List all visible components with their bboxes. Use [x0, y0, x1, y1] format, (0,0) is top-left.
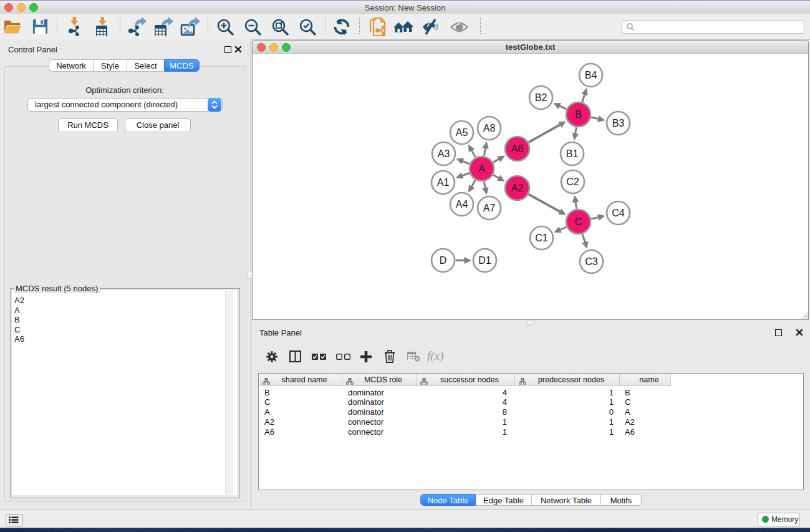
svg-text:A7: A7 [483, 203, 495, 213]
svg-text:A5: A5 [455, 127, 468, 138]
svg-text:C2: C2 [566, 177, 579, 187]
svg-text:A2: A2 [511, 183, 523, 193]
svg-text:A6: A6 [511, 143, 523, 154]
svg-text:C3: C3 [585, 256, 598, 267]
svg-text:B2: B2 [534, 92, 547, 103]
svg-text:A8: A8 [483, 123, 495, 133]
svg-text:B: B [575, 109, 582, 120]
svg-text:D1: D1 [478, 255, 491, 266]
svg-text:D: D [439, 255, 446, 266]
svg-text:A4: A4 [455, 199, 468, 210]
svg-text:C1: C1 [535, 233, 548, 243]
svg-text:C4: C4 [612, 208, 625, 218]
svg-text:B4: B4 [584, 70, 597, 80]
svg-text:A: A [478, 163, 485, 174]
svg-text:C: C [574, 216, 582, 227]
svg-text:A1: A1 [436, 177, 449, 188]
svg-text:B3: B3 [612, 118, 624, 128]
svg-text:A3: A3 [437, 148, 450, 159]
svg-text:B1: B1 [566, 148, 578, 159]
